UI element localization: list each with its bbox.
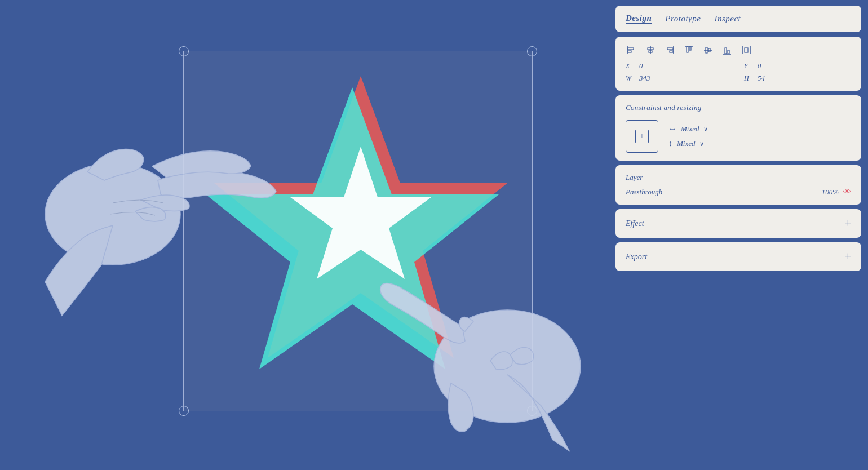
svg-rect-25 (745, 48, 748, 52)
h-constraint-value: Mixed (681, 125, 699, 134)
svg-rect-21 (725, 48, 727, 54)
w-value: 343 (639, 74, 650, 83)
tab-design[interactable]: Design (626, 14, 652, 24)
constraints-card: Constrainst and resizing + ↔ Mixed ∨ ↕ M… (615, 95, 861, 161)
align-bottom-icon[interactable] (721, 45, 733, 56)
y-value: 0 (758, 61, 761, 70)
align-toolbar (626, 45, 851, 56)
tab-inspect[interactable]: Inspect (714, 14, 741, 24)
constraints-title: Constrainst and resizing (626, 103, 851, 112)
export-label: Export (626, 252, 647, 261)
x-value: 0 (639, 61, 643, 70)
y-field[interactable]: Y 0 (744, 61, 851, 70)
handle-top-right[interactable] (527, 46, 537, 56)
opacity-row: 100% 👁 (822, 188, 851, 197)
constraint-options: ↔ Mixed ∨ ↕ Mixed ∨ (668, 125, 708, 148)
align-center-h-icon[interactable] (645, 45, 656, 56)
blend-mode-value[interactable]: Passthrough (626, 188, 662, 197)
effect-label: Effect (626, 219, 644, 228)
plus-icon: + (640, 132, 644, 141)
alignment-position-card: X 0 Y 0 W 343 H 54 (615, 37, 861, 91)
h-value: 54 (758, 74, 765, 83)
h-field[interactable]: H 54 (744, 74, 851, 83)
layer-row: Passthrough 100% 👁 (626, 188, 851, 197)
svg-rect-22 (728, 50, 729, 54)
handle-bottom-left[interactable] (179, 406, 189, 416)
constraints-body: + ↔ Mixed ∨ ↕ Mixed ∨ (626, 120, 851, 153)
constraint-box-inner: + (635, 130, 649, 143)
x-label: X (626, 62, 635, 70)
tab-bar: Design Prototype Inspect (626, 14, 851, 24)
export-row: Export + (626, 250, 851, 263)
y-label: Y (744, 62, 753, 70)
horizontal-constraint[interactable]: ↔ Mixed ∨ (668, 125, 708, 134)
align-top-icon[interactable] (683, 45, 694, 56)
export-card: Export + (615, 242, 861, 271)
star-graphic (192, 59, 530, 386)
eye-icon[interactable]: 👁 (843, 188, 851, 197)
align-right-icon[interactable] (664, 45, 675, 56)
h-label: H (744, 74, 753, 83)
svg-rect-7 (628, 51, 631, 52)
w-label: W (626, 74, 635, 83)
svg-rect-16 (689, 47, 691, 50)
opacity-value[interactable]: 100% (822, 188, 839, 197)
v-constraint-value: Mixed (677, 139, 695, 148)
v-chevron-icon: ∨ (699, 140, 704, 148)
export-add-button[interactable]: + (845, 250, 851, 263)
right-panel: Design Prototype Inspect (609, 0, 868, 470)
h-chevron-icon: ∨ (703, 126, 708, 133)
effect-card: Effect + (615, 209, 861, 238)
layer-title: Layer (626, 173, 851, 182)
tab-bar-card: Design Prototype Inspect (615, 6, 861, 32)
effect-row: Effect + (626, 217, 851, 230)
svg-rect-12 (667, 48, 673, 50)
svg-rect-15 (687, 47, 688, 52)
w-field[interactable]: W 343 (626, 74, 733, 83)
vertical-constraint[interactable]: ↕ Mixed ∨ (668, 139, 708, 148)
v-arrow-icon: ↕ (668, 139, 672, 148)
x-field[interactable]: X 0 (626, 61, 733, 70)
constraint-box: + (626, 120, 658, 153)
distribute-h-icon[interactable] (741, 45, 752, 56)
h-arrow-icon: ↔ (668, 125, 676, 134)
svg-point-3 (45, 163, 180, 265)
tab-prototype[interactable]: Prototype (665, 14, 701, 24)
align-center-v-icon[interactable] (702, 45, 714, 56)
align-left-icon[interactable] (626, 45, 637, 56)
layer-card: Layer Passthrough 100% 👁 (615, 165, 861, 205)
handle-bottom-right[interactable] (527, 406, 537, 416)
handle-top-left[interactable] (179, 46, 189, 56)
svg-rect-13 (670, 51, 673, 52)
canvas-area (0, 0, 609, 470)
effect-add-button[interactable]: + (845, 217, 851, 230)
svg-rect-6 (628, 48, 634, 50)
position-grid: X 0 Y 0 W 343 H 54 (626, 61, 851, 83)
